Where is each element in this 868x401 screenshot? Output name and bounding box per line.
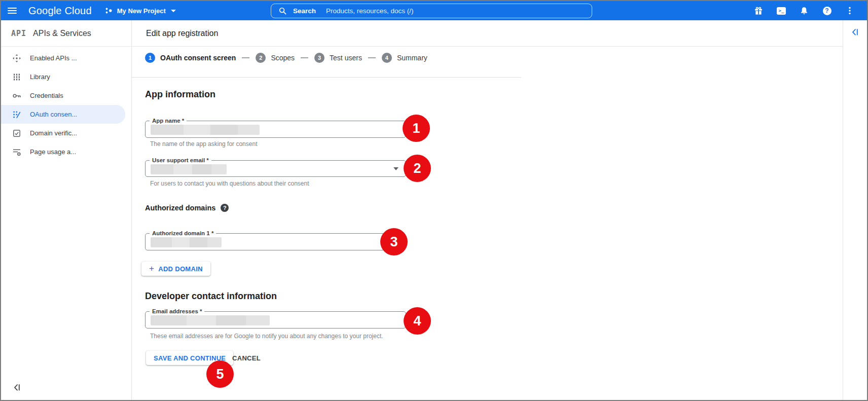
sidebar-item-credentials[interactable]: Credentials [1, 86, 131, 105]
dropdown-caret-icon [393, 167, 399, 170]
plus-icon: + [149, 264, 154, 273]
sidebar-item-enabled-apis[interactable]: Enabled APIs ... [1, 49, 131, 67]
sidebar-item-library[interactable]: Library [1, 67, 131, 86]
developer-email-label: Email addresses * [150, 308, 204, 315]
annotation-badge-2: 2 [404, 155, 431, 182]
step-summary[interactable]: 4 Summary [382, 53, 427, 63]
sidebar-header: API APIs & Services [1, 20, 131, 47]
add-domain-label: ADD DOMAIN [158, 265, 203, 273]
project-selector[interactable]: My New Project [105, 7, 176, 15]
user-support-email-select[interactable]: User support email * [145, 160, 406, 177]
add-domain-button[interactable]: + ADD DOMAIN [141, 262, 210, 276]
sidebar-item-label: Domain verific... [30, 129, 77, 137]
page-title-bar: Edit app registration [132, 20, 843, 47]
collapse-panel-icon[interactable] [850, 27, 859, 37]
help-glyph: ? [825, 8, 828, 14]
page-title: Edit app registration [146, 29, 218, 38]
chevron-down-icon [171, 10, 176, 12]
step-label: Summary [397, 54, 427, 62]
step-number: 3 [314, 53, 324, 63]
annotation-badge-4: 4 [404, 307, 431, 335]
sidebar-item-label: Credentials [30, 92, 63, 99]
sidebar-item-label: Enabled APIs ... [30, 54, 77, 62]
sidebar-item-label: Library [30, 73, 50, 81]
step-label: Scopes [271, 54, 295, 62]
search-icon [278, 7, 287, 15]
authorized-domains-heading: Authorized domains ? [145, 204, 229, 212]
step-test-users[interactable]: 3 Test users [314, 53, 362, 63]
gift-icon[interactable] [753, 6, 764, 16]
developer-email-helper: These email addresses are for Google to … [150, 333, 383, 340]
redacted-domain-value [151, 237, 222, 247]
authorized-domain-1-field[interactable]: Authorized domain 1 * [145, 233, 402, 250]
oauth-consent-icon [12, 110, 21, 119]
app-name-field[interactable]: App name * [145, 121, 406, 138]
step-connector [368, 57, 376, 58]
authorized-domains-heading-text: Authorized domains [145, 204, 215, 212]
sidebar-item-page-usage-agreements[interactable]: Page usage a... [1, 142, 131, 161]
oauth-consent-form: 1 OAuth consent screen 2 Scopes 3 Test u… [132, 47, 843, 400]
sidebar-item-label: OAuth consen... [30, 111, 77, 118]
redacted-app-name-value [151, 125, 260, 135]
developer-email-field[interactable]: Email addresses * [145, 311, 406, 329]
menu-icon[interactable] [1, 1, 23, 20]
help-icon[interactable]: ? [822, 6, 832, 16]
step-label: Test users [330, 54, 362, 62]
enabled-apis-icon [12, 54, 21, 63]
api-logo-icon: API [11, 29, 26, 38]
page-usage-icon [12, 148, 21, 157]
cloud-shell-icon[interactable]: >_ [776, 6, 786, 16]
help-glyph: ? [223, 205, 227, 211]
topbar-actions: >_ ? [753, 6, 867, 16]
step-label: OAuth consent screen [160, 54, 236, 62]
sidebar-item-oauth-consent[interactable]: OAuth consen... [1, 105, 125, 124]
google-cloud-console: Google Cloud My New Project Search Produ… [0, 0, 868, 401]
project-icon [105, 7, 113, 15]
stepper-divider [132, 77, 521, 78]
redacted-developer-email-value [151, 315, 270, 325]
app-name-label: App name * [150, 117, 187, 124]
key-icon [12, 91, 21, 100]
cloud-shell-glyph: >_ [779, 9, 784, 13]
app-name-helper: The name of the app asking for consent [150, 140, 257, 148]
search-placeholder: Products, resources, docs (/) [326, 7, 414, 15]
sidebar-title: APIs & Services [33, 29, 91, 38]
library-icon [12, 72, 21, 82]
search-input[interactable]: Search Products, resources, docs (/) [271, 4, 592, 18]
cancel-button[interactable]: CANCEL [232, 354, 261, 362]
step-number: 4 [382, 53, 392, 63]
content-row: API APIs & Services Enabled APIs ... [1, 20, 867, 400]
right-side-rail [843, 20, 867, 400]
sidebar-item-domain-verification[interactable]: Domain verific... [1, 124, 131, 142]
sidebar-item-label: Page usage a... [30, 148, 76, 156]
collapse-sidebar-icon[interactable] [12, 383, 21, 392]
domain-verification-icon [12, 129, 21, 138]
authorized-domain-1-label: Authorized domain 1 * [150, 230, 216, 237]
wizard-stepper: 1 OAuth consent screen 2 Scopes 3 Test u… [145, 51, 427, 64]
google-cloud-logo: Google Cloud [28, 5, 92, 17]
user-support-email-helper: For users to contact you with questions … [150, 180, 309, 187]
save-and-continue-label: SAVE AND CONTINUE [154, 354, 226, 362]
annotation-badge-3: 3 [380, 228, 408, 256]
more-vert-icon[interactable] [845, 6, 855, 16]
step-connector [242, 57, 249, 58]
hamburger-bars [8, 6, 17, 15]
notifications-bell-icon[interactable] [799, 6, 809, 16]
redacted-support-email-value [151, 164, 227, 174]
top-app-bar: Google Cloud My New Project Search Produ… [1, 1, 867, 20]
app-information-heading: App information [145, 89, 215, 100]
step-number: 1 [145, 53, 155, 63]
step-connector [301, 57, 308, 58]
developer-contact-heading: Developer contact information [145, 291, 277, 302]
search-label: Search [293, 7, 316, 15]
help-circle: ? [823, 7, 831, 15]
authorized-domains-help-icon[interactable]: ? [221, 204, 229, 212]
main-panel: Edit app registration 1 OAuth consent sc… [132, 20, 843, 400]
cloud-shell-box: >_ [777, 7, 786, 15]
step-number: 2 [256, 53, 266, 63]
user-support-email-label: User support email * [150, 157, 211, 164]
step-oauth-consent-screen[interactable]: 1 OAuth consent screen [145, 53, 236, 63]
annotation-badge-1: 1 [403, 115, 430, 142]
project-name: My New Project [117, 7, 166, 15]
step-scopes[interactable]: 2 Scopes [256, 53, 295, 63]
